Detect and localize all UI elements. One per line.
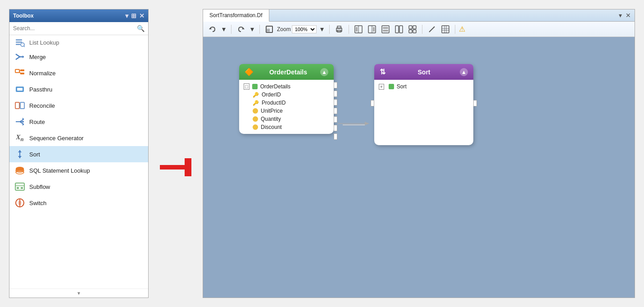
separator-4 [349,25,349,34]
toolbox-item-passthru[interactable]: Passthru [9,81,148,97]
discount-label: Discount [261,124,282,130]
canvas-close-icon[interactable]: ✕ [626,12,631,19]
toolbox-item-reconcile[interactable]: Reconcile [9,97,148,114]
toolbox-header: Toolbox ▾ ⊞ ✕ [9,9,148,22]
svg-rect-54 [382,26,389,33]
merge-icon [15,52,25,62]
sort-input-connector [371,100,374,106]
canvas-area: SortTransformation.Df ▾ ✕ ▾ ▾ ⊞ Zoom [203,9,635,298]
toolbox-scroll-down[interactable]: ▼ [9,289,148,298]
svg-rect-57 [395,26,399,33]
normalize-icon [15,68,25,78]
toolbox-item-route[interactable]: Route [9,114,148,130]
sql-statement-lookup-label: SQL Statement Lookup [29,167,90,174]
layout-btn-2[interactable] [366,24,378,35]
field-orderid: 🔑 OrderID [244,91,329,99]
svg-rect-58 [399,26,403,33]
toolbox-item-merge[interactable]: Merge [9,49,148,65]
search-icon: 🔍 [137,25,145,32]
svg-line-6 [16,57,20,60]
order-details-right-connectors [334,82,337,140]
canvas-pin-icon[interactable]: ▾ [619,12,622,19]
sort-header-icon: ⇅ [380,68,385,76]
toolbox-dock-icon[interactable]: ⊞ [131,12,136,19]
sort-right-connector [473,100,477,106]
order-details-body: □ OrderDetails 🔑 OrderID 🔑 ProductID [239,80,334,134]
svg-rect-11 [20,73,24,74]
toolbox-pin-icon[interactable]: ▾ [125,12,128,19]
svg-rect-50 [356,27,358,32]
svg-rect-65 [442,26,449,33]
svg-line-13 [19,71,20,73]
separator-6 [455,25,455,34]
canvas-tab-active[interactable]: SortTransformation.Df [203,9,269,22]
search-input[interactable] [13,25,135,32]
toolbox-search-bar: 🔍 [9,22,148,35]
svg-rect-15 [17,88,23,91]
svg-rect-56 [383,30,388,32]
unitprice-label: UnitPrice [261,108,283,114]
layout-btn-1[interactable] [353,24,364,35]
key-icon-orderid: 🔑 [253,92,259,98]
canvas-titlebar: SortTransformation.Df ▾ ✕ [203,9,635,22]
zoom-select[interactable]: 100% 50% 75% 125% 150% 200% [292,25,317,33]
fit-to-window-button[interactable]: ⊞ [263,24,275,35]
layout-btn-4[interactable] [393,24,405,35]
reconcile-label: Reconcile [29,102,55,109]
toolbox-item-sql-statement-lookup[interactable]: SQL Statement Lookup [9,162,148,179]
svg-rect-61 [409,30,412,33]
svg-rect-0 [16,39,22,41]
route-icon [15,117,25,127]
order-details-node[interactable]: 🔶 OrderDetails ▲ □ OrderDetails 🔑 OrderI… [239,64,334,134]
undo-button[interactable] [207,24,218,35]
separator-2 [259,25,260,34]
sort-node[interactable]: ⇅ Sort ▲ + Sort [374,64,473,145]
list-lookup-icon [15,37,25,47]
toolbox-item-sequence-generator[interactable]: Xn Sequence Generator [9,130,148,146]
toolbox-item-list-lookup[interactable]: List Lookup [9,36,148,49]
connector-5 [334,116,337,123]
svg-marker-23 [23,120,24,123]
order-details-collapse-btn[interactable]: ▲ [320,68,328,76]
redo-dropdown-button[interactable]: ▾ [249,23,256,35]
svg-rect-35 [17,187,19,189]
toolbox-item-switch[interactable]: Switch [9,195,148,211]
svg-line-63 [429,27,435,32]
grid-button[interactable] [440,24,451,35]
svg-rect-55 [383,27,388,29]
layout-btn-3[interactable] [380,24,391,35]
orderid-label: OrderID [262,92,281,98]
diagonal-tool-button[interactable] [426,24,438,35]
zoom-dropdown-button[interactable]: ▾ [318,23,326,35]
sort-label: Sort [29,151,40,158]
connector-1 [334,82,337,88]
field-productid: 🔑 ProductID [244,99,329,107]
merge-label: Merge [29,54,46,60]
svg-rect-53 [373,27,375,32]
subflow-label: Subflow [29,183,50,190]
undo-dropdown-button[interactable]: ▾ [220,23,227,35]
sort-expand-icon[interactable]: + [379,84,384,90]
svg-rect-60 [413,26,416,29]
redo-button[interactable] [235,24,247,35]
toolbox-item-subflow[interactable]: Subflow [9,179,148,195]
expand-checkbox[interactable]: □ [244,83,249,90]
canvas-body[interactable]: 🔶 OrderDetails ▲ □ OrderDetails 🔑 OrderI… [203,37,635,298]
sort-collapse-btn[interactable]: ▲ [460,68,468,76]
connector-7 [334,133,337,140]
connector-3 [334,99,337,105]
productid-label: ProductID [262,100,286,106]
print-button[interactable] [333,24,345,35]
toolbox-title: Toolbox [13,13,125,19]
svg-rect-33 [15,183,24,190]
toolbox-item-normalize[interactable]: Normalize [9,65,148,81]
svg-line-4 [24,46,25,47]
toolbox-item-sort[interactable]: Sort [9,146,148,162]
layout-btn-5[interactable] [407,24,418,35]
canvas-toolbar: ▾ ▾ ⊞ Zoom 100% 50% 75% 125% 150% 200% [203,22,635,37]
toolbox-close-icon[interactable]: ✕ [139,12,145,19]
quantity-label: Quantity [261,116,281,122]
sort-output-connector [473,100,477,106]
sql-icon [15,165,25,175]
separator-5 [422,25,422,34]
